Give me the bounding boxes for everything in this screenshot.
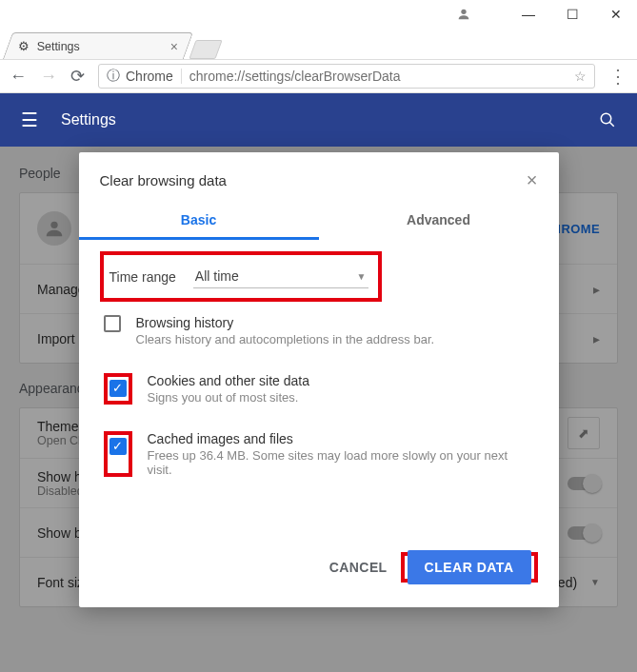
tab-advanced[interactable]: Advanced — [319, 201, 559, 240]
checkbox-cookies[interactable]: ✓ — [109, 380, 127, 397]
modal-overlay: Clear browsing data × Basic Advanced Tim… — [0, 147, 637, 672]
option-browsing-history: Browsing history Clears history and auto… — [100, 302, 538, 360]
tab-title: Settings — [37, 40, 80, 53]
checkbox-highlight: ✓ — [104, 373, 132, 405]
browser-menu-button[interactable]: ⋮ — [608, 65, 627, 88]
clear-data-button[interactable]: CLEAR DATA — [408, 550, 531, 584]
bookmark-star-icon[interactable]: ☆ — [574, 69, 587, 84]
omnibox-app: Chrome — [126, 69, 182, 84]
settings-appbar: ☰ Settings — [0, 93, 637, 147]
appbar-title: Settings — [61, 111, 116, 128]
svg-point-1 — [601, 113, 611, 124]
close-tab-icon[interactable]: × — [170, 39, 178, 54]
browser-toolbar: ← → ⟳ ⓘ Chrome chrome://settings/clearBr… — [0, 59, 637, 93]
browser-tab-settings[interactable]: ⚙ Settings × — [3, 32, 193, 59]
settings-content: People Sign in to get your bookmarks, hi… — [0, 147, 637, 672]
checkbox-highlight: ✓ — [104, 431, 132, 477]
tab-strip: ⚙ Settings × — [0, 29, 637, 59]
clear-button-highlight: CLEAR DATA — [401, 552, 538, 583]
close-window-button[interactable]: ✕ — [603, 7, 629, 22]
checkbox-history[interactable] — [104, 315, 121, 332]
cancel-button[interactable]: CANCEL — [329, 560, 388, 575]
dialog-close-button[interactable]: × — [527, 169, 538, 191]
minimize-button[interactable]: — — [515, 7, 542, 22]
reload-button[interactable]: ⟳ — [70, 66, 85, 87]
clear-browsing-data-dialog: Clear browsing data × Basic Advanced Tim… — [79, 152, 559, 607]
time-range-label: Time range — [109, 269, 176, 285]
info-icon: ⓘ — [107, 68, 120, 85]
profile-icon[interactable] — [456, 7, 471, 22]
option-cache: ✓ Cached images and files Frees up 36.4 … — [100, 418, 538, 490]
omnibox-url: chrome://settings/clearBrowserData — [189, 69, 568, 84]
omnibox[interactable]: ⓘ Chrome chrome://settings/clearBrowserD… — [98, 64, 595, 89]
menu-icon[interactable]: ☰ — [21, 109, 38, 131]
maximize-button[interactable]: ☐ — [559, 7, 586, 22]
gear-icon: ⚙ — [18, 39, 30, 53]
back-button[interactable]: ← — [10, 67, 27, 87]
option-cookies: ✓ Cookies and other site data Signs you … — [100, 360, 538, 418]
new-tab-button[interactable] — [189, 40, 222, 59]
svg-line-2 — [609, 122, 614, 127]
dialog-tabs: Basic Advanced — [79, 201, 559, 240]
svg-point-0 — [461, 10, 466, 14]
dialog-title: Clear browsing data — [100, 172, 527, 188]
search-icon[interactable] — [599, 111, 616, 128]
checkbox-cache[interactable]: ✓ — [109, 438, 127, 455]
time-range-highlight: Time range All time ▼ — [100, 251, 382, 302]
forward-button: → — [40, 67, 57, 87]
time-range-select[interactable]: All time ▼ — [193, 265, 368, 288]
chevron-down-icon: ▼ — [357, 271, 367, 282]
tab-basic[interactable]: Basic — [79, 201, 319, 240]
window-controls: — ☐ ✕ — [0, 0, 637, 29]
